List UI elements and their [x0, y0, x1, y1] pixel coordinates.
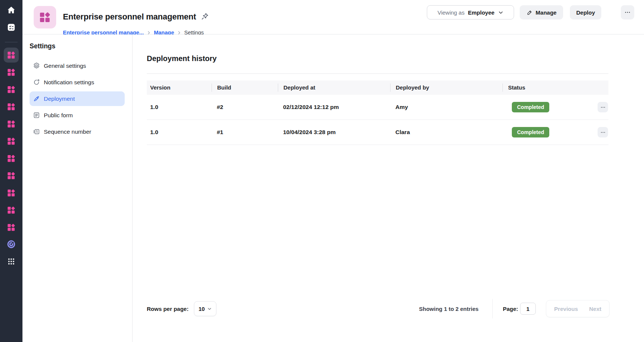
pager-controls: Previous Next	[546, 300, 610, 317]
app-tile-icon	[6, 171, 16, 181]
page-label: Page:	[503, 306, 518, 312]
chevron-down-icon	[207, 306, 212, 311]
rocket-icon	[33, 95, 40, 102]
settings-nav-item-sequence-number[interactable]: Sequence number	[30, 124, 125, 139]
pagination-divider	[492, 299, 493, 318]
settings-nav-item-deployment[interactable]: Deployment	[30, 91, 125, 106]
more-options-button[interactable]	[621, 5, 634, 19]
table-row: 1.0#110/04/2024 3:28 pmClaraCompleted	[147, 120, 608, 145]
settings-nav-item-label: General settings	[44, 63, 86, 69]
rows-per-page-label: Rows per page:	[147, 306, 189, 312]
settings-nav-item-label: Deployment	[44, 96, 75, 102]
rail-item-app-9[interactable]	[4, 185, 19, 200]
next-page-button[interactable]: Next	[583, 302, 607, 315]
main-content: Deployment history VersionBuildDeployed …	[133, 34, 644, 342]
rail-item-apps-grid[interactable]	[4, 254, 19, 269]
app-tile-icon	[6, 50, 16, 60]
app-tile-icon	[6, 205, 16, 215]
deploy-button-label: Deploy	[576, 9, 595, 16]
tasks-icon	[7, 23, 16, 32]
topbar: Enterprise personnel management Enterpri…	[22, 0, 644, 34]
rail-item-app-7[interactable]	[4, 151, 19, 166]
deploy-button[interactable]: Deploy	[570, 5, 601, 19]
rows-per-page-select[interactable]: 10	[194, 301, 216, 316]
column-header-version: Version	[147, 84, 212, 92]
app-tile-icon	[6, 223, 16, 232]
rail-item-home[interactable]	[4, 3, 19, 18]
target-icon	[6, 239, 16, 249]
pin-icon	[201, 12, 209, 21]
cell-status: Completed	[502, 127, 608, 137]
rail-item-app-5[interactable]	[4, 116, 19, 131]
rail-item-tasks[interactable]	[4, 20, 19, 35]
gear-icon	[33, 62, 40, 69]
chevron-down-icon	[498, 10, 504, 15]
settings-nav-item-public-form[interactable]: Public form	[30, 108, 125, 122]
rail-item-app-6[interactable]	[4, 134, 19, 149]
cell-version: 1.0	[147, 104, 212, 111]
column-header-deployed-at: Deployed at	[278, 84, 390, 92]
cell-deployed-at: 10/04/2024 3:28 pm	[278, 129, 390, 136]
page-title: Enterprise personnel management	[63, 12, 196, 22]
rail-item-app-8[interactable]	[4, 168, 19, 183]
ellipsis-icon	[600, 105, 606, 110]
settings-nav-item-general-settings[interactable]: General settings	[30, 58, 125, 73]
sequence-icon	[33, 128, 40, 135]
ellipsis-icon	[624, 9, 631, 16]
settings-nav-item-notification-settings[interactable]: Notification settings	[30, 75, 125, 90]
settings-nav-item-label: Sequence number	[44, 128, 91, 135]
rail-item-app-11[interactable]	[4, 220, 19, 235]
status-badge: Completed	[512, 102, 549, 112]
rail-item-app-2[interactable]	[4, 65, 19, 80]
app-logo	[34, 6, 56, 28]
form-icon	[33, 112, 40, 119]
section-divider	[147, 73, 608, 74]
home-icon	[7, 6, 16, 15]
rail-item-target[interactable]	[4, 237, 19, 252]
rail-item-app-3[interactable]	[4, 82, 19, 97]
section-title: Deployment history	[147, 54, 217, 63]
pin-button[interactable]	[201, 12, 209, 21]
page-number-input[interactable]	[520, 303, 536, 315]
settings-nav-item-label: Public form	[44, 112, 73, 119]
app-tile-icon	[6, 119, 16, 129]
rail-divider	[5, 42, 18, 42]
table-body: 1.0#202/12/2024 12:12 pmAmyCompleted1.0#…	[147, 95, 608, 145]
viewing-as-dropdown[interactable]: Viewing as Employee	[427, 5, 514, 19]
settings-panel: Settings General settingsNotification se…	[22, 34, 133, 342]
manage-button[interactable]: Manage	[520, 5, 563, 19]
viewing-as-value: Employee	[468, 9, 495, 16]
table-row: 1.0#202/12/2024 12:12 pmAmyCompleted	[147, 95, 608, 120]
app-tile-icon	[6, 188, 16, 198]
app-tile-icon	[6, 85, 16, 94]
row-menu-button[interactable]	[598, 127, 608, 137]
rail-item-app-1[interactable]	[4, 48, 19, 63]
cell-build: #1	[212, 129, 278, 136]
settings-nav-item-label: Notification settings	[44, 79, 94, 86]
cell-deployed-by: Amy	[390, 104, 502, 111]
table-header-row: VersionBuildDeployed atDeployed byStatus	[147, 81, 608, 95]
bell-icon	[33, 79, 40, 86]
cell-deployed-at: 02/12/2024 12:12 pm	[278, 104, 390, 111]
settings-panel-title: Settings	[30, 42, 125, 50]
app-rail	[0, 0, 22, 342]
apps-grid-icon	[7, 257, 15, 266]
app-tile-icon	[6, 67, 16, 77]
status-badge: Completed	[512, 127, 549, 137]
app-tile-icon	[6, 154, 16, 163]
column-header-deployed-by: Deployed by	[390, 84, 502, 92]
viewing-as-label: Viewing as	[437, 9, 464, 16]
cell-version: 1.0	[147, 129, 212, 136]
column-header-build: Build	[212, 84, 278, 92]
rail-item-app-10[interactable]	[4, 203, 19, 218]
column-header-status: Status	[502, 84, 608, 92]
manage-icon	[526, 9, 533, 16]
app-tile-icon	[38, 10, 52, 24]
row-menu-button[interactable]	[598, 102, 608, 112]
cell-deployed-by: Clara	[390, 129, 502, 136]
manage-button-label: Manage	[536, 9, 557, 16]
previous-page-button[interactable]: Previous	[549, 302, 583, 315]
rail-item-app-4[interactable]	[4, 99, 19, 114]
cell-build: #2	[212, 104, 278, 111]
app-tile-icon	[6, 102, 16, 112]
